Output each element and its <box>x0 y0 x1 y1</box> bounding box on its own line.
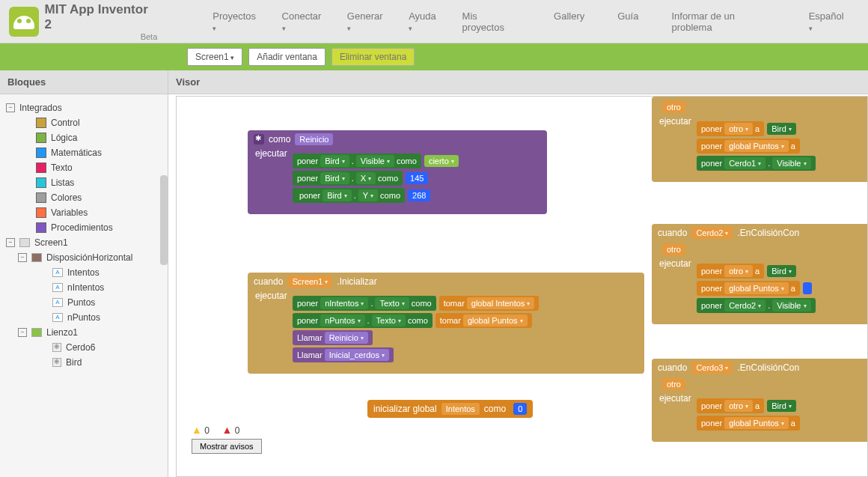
collapse-icon[interactable]: − <box>18 253 27 262</box>
blocks-panel-title: Bloques <box>0 70 168 94</box>
canvas-icon <box>31 328 42 337</box>
app-inventor-logo <box>9 7 39 37</box>
block-row[interactable]: poner otro a Bird <box>697 121 868 136</box>
block-row[interactable]: poner Cerdo1 . Visible <box>697 156 868 171</box>
menu-language[interactable]: Español <box>798 4 859 39</box>
blocks-panel: Bloques − Integrados Control Lógica Mate… <box>0 70 168 477</box>
warnings-area: ▲ 0 ▲ 0 Mostrar avisos <box>192 424 262 454</box>
block-event-inicializar[interactable]: cuando Screen1 .Inicializar ejecutar pon… <box>248 273 644 374</box>
show-warnings-button[interactable]: Mostrar avisos <box>192 439 262 454</box>
block-row[interactable]: poner Cerdo2 . Visible <box>697 298 868 313</box>
menu-proyectos[interactable]: Proyectos <box>202 4 271 39</box>
param-otro[interactable]: otro <box>662 101 685 113</box>
screen-icon <box>19 238 30 247</box>
block-global-var[interactable]: inicializar global Intentos como 0 <box>367 400 533 418</box>
menu-mis-proyectos[interactable]: Mis proyectos <box>452 4 531 39</box>
menu-guia[interactable]: Guía <box>607 4 649 39</box>
add-screen-button[interactable]: Añadir ventana <box>248 48 326 66</box>
tree-npuntos[interactable]: AnPuntos <box>3 310 165 325</box>
block-row[interactable]: poner nPuntos . Texto como tomar global … <box>293 313 644 328</box>
block-row[interactable]: poner otro a Bird <box>697 264 868 279</box>
label-icon: A <box>52 313 63 322</box>
block-row[interactable]: poner global Puntos a <box>697 139 868 154</box>
block-row[interactable]: poner Bird . X como 145 <box>293 171 547 186</box>
control-icon <box>36 118 46 128</box>
screen-select[interactable]: Screen1 <box>187 48 242 66</box>
tree-bird[interactable]: Bird <box>3 355 165 370</box>
block-row[interactable]: Llamar Inicial_cerdos <box>293 347 644 362</box>
main-menu: Proyectos Conectar Generar Ayuda <box>202 4 451 39</box>
warning-icon: ▲ <box>192 424 202 436</box>
blocks-tree: − Integrados Control Lógica Matemáticas … <box>0 94 168 476</box>
block-row[interactable]: poner global Puntos a <box>697 281 868 296</box>
tree-text[interactable]: Texto <box>3 160 165 175</box>
value-num[interactable]: 268 <box>408 189 430 201</box>
variables-icon <box>36 207 46 218</box>
menu-generar[interactable]: Generar <box>337 4 398 39</box>
tree-nintentos[interactable]: AnIntentos <box>3 280 165 295</box>
app-title: MIT App Inventor 2 <box>45 2 148 31</box>
menu-right: Mis proyectos Gallery Guía Informar de u… <box>452 4 859 39</box>
sprite-icon <box>52 343 61 352</box>
menu-informar[interactable]: Informar de un problema <box>661 4 786 39</box>
block-row[interactable]: poner otro a Bird <box>697 398 868 413</box>
label-icon: A <box>52 298 63 307</box>
scrollbar[interactable] <box>160 175 168 265</box>
block-event-cerdo2[interactable]: cuando Cerdo2 .EnColisiónCon otro ejecut… <box>652 224 868 324</box>
layout-icon <box>31 253 42 262</box>
block-row[interactable]: Llamar Reinicio <box>293 330 644 345</box>
tree-procedures[interactable]: Procedimientos <box>3 220 165 235</box>
collapse-icon[interactable]: − <box>6 238 15 247</box>
app-title-wrap: MIT App Inventor 2 Beta <box>45 2 158 41</box>
sprite-icon <box>52 358 61 367</box>
value-num[interactable]: 0 <box>513 403 527 415</box>
block-row[interactable]: poner Bird . Y como 268 <box>293 188 547 203</box>
tree-logic[interactable]: Lógica <box>3 130 165 145</box>
tree-control[interactable]: Control <box>3 115 165 130</box>
text-icon <box>36 162 46 173</box>
tree-cerdo6[interactable]: Cerdo6 <box>3 340 165 355</box>
collapse-icon[interactable]: − <box>6 103 15 112</box>
remove-screen-button[interactable]: Eliminar ventana <box>331 48 415 66</box>
tree-lienzo1[interactable]: − Lienzo1 <box>3 325 165 340</box>
tree-colors[interactable]: Colores <box>3 190 165 205</box>
param-otro[interactable]: otro <box>662 243 685 255</box>
event-obj[interactable]: Screen1 <box>287 276 332 288</box>
tree-disposicion[interactable]: − DisposiciónHorizontal <box>3 250 165 265</box>
block-event-cerdo3[interactable]: cuando Cerdo3 .EnColisiónCon otro ejecut… <box>652 359 868 442</box>
screen-toolbar: Screen1 Añadir ventana Eliminar ventana <box>0 43 868 70</box>
label-icon: A <box>52 268 63 277</box>
value-num[interactable]: 145 <box>406 172 428 184</box>
param-otro[interactable]: otro <box>662 378 685 390</box>
procedures-icon <box>36 222 46 233</box>
proc-name[interactable]: Reinicio <box>295 133 333 145</box>
menu-gallery[interactable]: Gallery <box>543 4 595 39</box>
tree-builtin[interactable]: − Integrados <box>3 100 165 115</box>
collapse-icon[interactable]: − <box>18 328 27 337</box>
tree-intentos[interactable]: AIntentos <box>3 265 165 280</box>
tree-lists[interactable]: Listas <box>3 175 165 190</box>
tree-builtin-label: Integrados <box>19 103 62 113</box>
error-icon: ▲ <box>222 424 233 436</box>
tree-variables[interactable]: Variables <box>3 205 165 220</box>
var-name[interactable]: Intentos <box>441 403 480 415</box>
label-icon: A <box>52 283 63 292</box>
block-row[interactable]: poner nIntentos . Texto como tomar globa… <box>293 296 644 311</box>
blocks-workspace[interactable]: como Reinicio ejecutar poner Bird . Visi… <box>176 96 868 477</box>
tree-math[interactable]: Matemáticas <box>3 145 165 160</box>
value-true[interactable]: cierto <box>424 155 459 167</box>
header: MIT App Inventor 2 Beta Proyectos Conect… <box>0 0 868 43</box>
main-area: Visor como Reinicio ejecutar poner Bird … <box>168 70 868 477</box>
menu-ayuda[interactable]: Ayuda <box>398 4 451 39</box>
menu-conectar[interactable]: Conectar <box>272 4 337 39</box>
block-row[interactable]: poner global Puntos a <box>697 416 868 431</box>
gear-icon[interactable] <box>254 134 264 145</box>
block-event-partial[interactable]: otro ejecutar poner otro a Bird poner gl… <box>652 97 868 182</box>
tree-puntos[interactable]: APuntos <box>3 295 165 310</box>
block-row[interactable]: poner Bird . Visible como cierto <box>293 154 547 168</box>
tree-screen1[interactable]: − Screen1 <box>3 235 165 250</box>
math-icon <box>36 148 46 158</box>
colors-icon <box>36 192 46 203</box>
visor-title: Visor <box>168 70 868 94</box>
block-proc-reinicio[interactable]: como Reinicio ejecutar poner Bird . Visi… <box>248 130 547 214</box>
